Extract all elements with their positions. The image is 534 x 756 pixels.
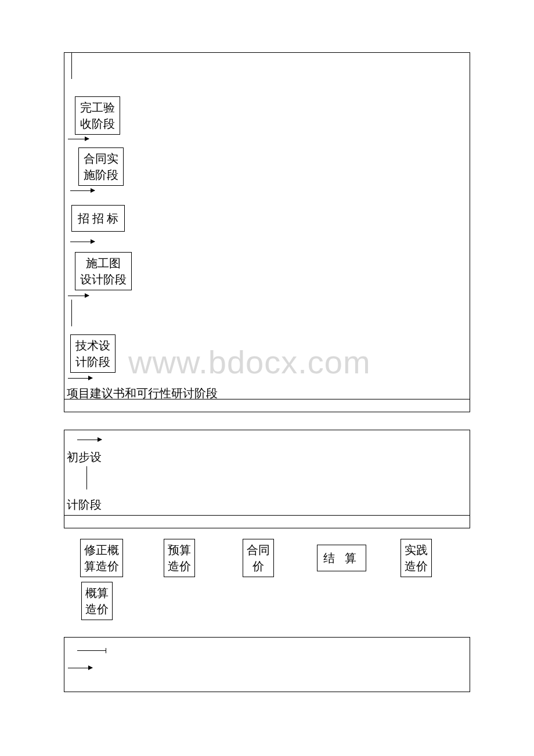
stage-label: 计阶段 [75, 355, 110, 368]
cost-label: 算造价 [84, 560, 119, 573]
cost-row-2: 概算 造价 [64, 582, 470, 622]
stage-label: 施阶段 [84, 168, 118, 181]
arrow-icon [68, 139, 89, 139]
stage-label: 技术设 [75, 339, 110, 352]
connector-hline [77, 650, 106, 651]
cost-label: 实践 [405, 543, 428, 556]
cost-label: 概算 [85, 586, 109, 599]
stage-bidding: 招 招 标 [71, 205, 125, 232]
connector-vline [86, 466, 87, 489]
arrow-icon [68, 668, 92, 668]
cost-label: 合同 [247, 543, 270, 556]
stage-label: 完工验 [80, 101, 115, 114]
cost-label: 修正概 [84, 543, 119, 556]
diagram-box-upper: 完工验 收阶段 合同实 施阶段 招 招 标 施工图 设计阶段 技术设 计阶段 w… [64, 52, 470, 412]
cost-settlement: 结 算 [317, 545, 366, 571]
stage-label: 合同实 [84, 152, 118, 165]
stage-label: 设计阶段 [80, 273, 127, 286]
arrow-icon [70, 190, 95, 191]
connector-vline [71, 300, 72, 326]
cost-estimate: 概算 造价 [81, 582, 113, 620]
connector-vline [71, 53, 72, 79]
diagram-box-middle: 初步设 计阶段 [64, 430, 470, 528]
preliminary-design-label-line1: 初步设 [67, 449, 102, 465]
inner-divider-row [64, 515, 470, 528]
stage-label: 施工图 [86, 257, 121, 269]
cost-label: 造价 [168, 560, 191, 573]
arrow-icon [68, 296, 89, 296]
stage-contract-implementation: 合同实 施阶段 [78, 147, 124, 186]
cost-label: 结 算 [323, 552, 360, 564]
cost-label: 造价 [405, 560, 428, 573]
preliminary-design-label-line2: 计阶段 [67, 496, 102, 513]
diagram-box-lower [64, 637, 470, 692]
cost-contract-price: 合同 价 [243, 539, 274, 577]
cost-label: 价 [252, 560, 264, 573]
arrow-icon [70, 242, 95, 242]
stage-construction-drawing-design: 施工图 设计阶段 [75, 252, 132, 290]
arrow-icon [77, 440, 102, 440]
inner-divider-row [64, 399, 470, 412]
stage-label: 收阶段 [80, 117, 115, 130]
cost-row-1: 修正概 算造价 预算 造价 合同 价 结 算 实践 造价 [64, 539, 470, 579]
cost-actual: 实践 造价 [400, 539, 432, 577]
stage-label: 招 招 标 [78, 212, 118, 225]
watermark-text: www.bdocx.com [128, 343, 371, 381]
arrow-icon [68, 378, 92, 379]
cost-revised-estimate: 修正概 算造价 [80, 539, 123, 577]
cost-label: 预算 [168, 543, 191, 556]
cost-budget: 预算 造价 [164, 539, 195, 577]
stage-technical-design: 技术设 计阶段 [70, 334, 116, 373]
stage-completion-acceptance: 完工验 收阶段 [75, 96, 120, 135]
cost-label: 造价 [85, 603, 109, 615]
